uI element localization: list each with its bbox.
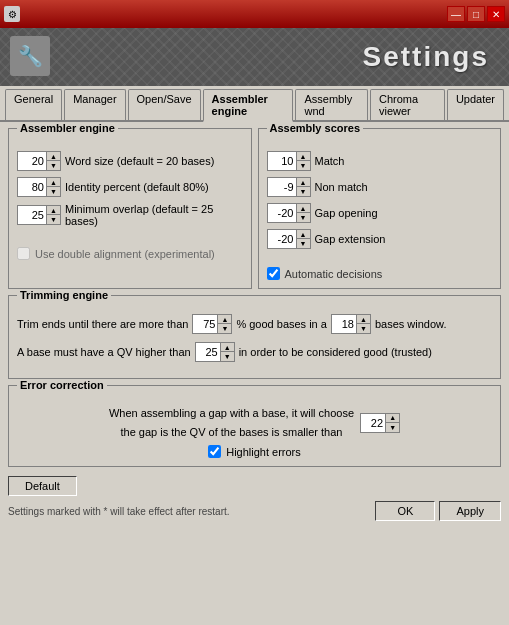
tab-open-save[interactable]: Open/Save <box>128 89 201 120</box>
gap-extension-btns: ▲ ▼ <box>296 230 310 248</box>
status-note: Settings marked with * will take effect … <box>8 506 230 517</box>
identity-btns: ▲ ▼ <box>46 178 60 196</box>
window-size-up-btn[interactable]: ▲ <box>357 315 370 324</box>
default-bar: Default <box>0 473 509 499</box>
tab-manager[interactable]: Manager <box>64 89 125 120</box>
gap-extension-up-btn[interactable]: ▲ <box>297 230 310 239</box>
window-size-input[interactable] <box>332 315 356 333</box>
min-overlap-label: Minimum overlap (default = 25 bases) <box>65 203 243 227</box>
error-text-line2: the gap is the QV of the bases is smalle… <box>121 426 343 438</box>
non-match-label: Non match <box>315 181 368 193</box>
identity-spinner[interactable]: ▲ ▼ <box>17 177 61 197</box>
good-bases-pct-down-btn[interactable]: ▼ <box>218 324 231 333</box>
double-align-label: Use double alignment (experimental) <box>35 248 215 260</box>
non-match-btns: ▲ ▼ <box>296 178 310 196</box>
word-size-spinner[interactable]: ▲ ▼ <box>17 151 61 171</box>
auto-decisions-checkbox[interactable] <box>267 267 280 280</box>
trim-row1-prefix: Trim ends until there are more than <box>17 318 188 330</box>
match-up-btn[interactable]: ▲ <box>297 152 310 161</box>
identity-row: ▲ ▼ Identity percent (default 80%) <box>17 177 243 197</box>
match-label: Match <box>315 155 345 167</box>
close-button[interactable]: ✕ <box>487 6 505 22</box>
identity-label: Identity percent (default 80%) <box>65 181 209 193</box>
tab-chroma-viewer[interactable]: Chroma viewer <box>370 89 445 120</box>
error-qv-down-btn[interactable]: ▼ <box>386 423 399 432</box>
error-text-area: When assembling a gap with a base, it wi… <box>17 404 492 441</box>
qv-threshold-up-btn[interactable]: ▲ <box>221 343 234 352</box>
tab-general[interactable]: General <box>5 89 62 120</box>
match-input[interactable] <box>268 152 296 170</box>
window-size-down-btn[interactable]: ▼ <box>357 324 370 333</box>
minimize-button[interactable]: — <box>447 6 465 22</box>
match-down-btn[interactable]: ▼ <box>297 161 310 170</box>
qv-threshold-spinner[interactable]: ▲ ▼ <box>195 342 235 362</box>
gap-extension-input[interactable] <box>268 230 296 248</box>
error-qv-input[interactable] <box>361 414 385 432</box>
min-overlap-btns: ▲ ▼ <box>46 206 60 224</box>
min-overlap-up-btn[interactable]: ▲ <box>47 206 60 215</box>
non-match-spinner[interactable]: ▲ ▼ <box>267 177 311 197</box>
match-btns: ▲ ▼ <box>296 152 310 170</box>
assembly-scores-label: Assembly scores <box>267 122 364 134</box>
tab-assembly-wnd[interactable]: Assembly wnd <box>295 89 368 120</box>
tab-updater[interactable]: Updater <box>447 89 504 120</box>
status-bar: Settings marked with * will take effect … <box>0 499 509 523</box>
min-overlap-spinner[interactable]: ▲ ▼ <box>17 205 61 225</box>
gap-opening-input[interactable] <box>268 204 296 222</box>
gap-opening-down-btn[interactable]: ▼ <box>297 213 310 222</box>
gap-opening-spinner[interactable]: ▲ ▼ <box>267 203 311 223</box>
highlight-errors-checkbox[interactable] <box>208 445 221 458</box>
qv-threshold-input[interactable] <box>196 343 220 361</box>
trimming-engine-group: Trimming engine Trim ends until there ar… <box>8 295 501 379</box>
identity-input[interactable] <box>18 178 46 196</box>
error-qv-up-btn[interactable]: ▲ <box>386 414 399 423</box>
window-size-spinner[interactable]: ▲ ▼ <box>331 314 371 334</box>
trim-row2-prefix: A base must have a QV higher than <box>17 346 191 358</box>
assembly-scores-group: Assembly scores ▲ ▼ Match ▲ ▼ <box>258 128 502 289</box>
apply-button[interactable]: Apply <box>439 501 501 521</box>
identity-up-btn[interactable]: ▲ <box>47 178 60 187</box>
qv-threshold-down-btn[interactable]: ▼ <box>221 352 234 361</box>
word-size-label: Word size (default = 20 bases) <box>65 155 214 167</box>
error-text-line1: When assembling a gap with a base, it wi… <box>109 407 354 419</box>
ok-button[interactable]: OK <box>375 501 435 521</box>
non-match-up-btn[interactable]: ▲ <box>297 178 310 187</box>
non-match-down-btn[interactable]: ▼ <box>297 187 310 196</box>
trim-row2-suffix: in order to be considered good (trusted) <box>239 346 432 358</box>
min-overlap-input[interactable] <box>18 206 46 224</box>
non-match-input[interactable] <box>268 178 296 196</box>
auto-decisions-row: Automatic decisions <box>267 267 493 280</box>
gap-opening-row: ▲ ▼ Gap opening <box>267 203 493 223</box>
tab-assembler-engine[interactable]: Assembler engine <box>203 89 294 122</box>
highlight-errors-row: Highlight errors <box>17 445 492 458</box>
double-align-checkbox[interactable] <box>17 247 30 260</box>
good-bases-pct-btns: ▲ ▼ <box>217 315 231 333</box>
auto-decisions-label: Automatic decisions <box>285 268 383 280</box>
trim-row-2: A base must have a QV higher than ▲ ▼ in… <box>17 342 492 362</box>
gap-opening-btns: ▲ ▼ <box>296 204 310 222</box>
good-bases-pct-up-btn[interactable]: ▲ <box>218 315 231 324</box>
match-row: ▲ ▼ Match <box>267 151 493 171</box>
header-title: Settings <box>363 41 489 73</box>
default-button[interactable]: Default <box>8 476 77 496</box>
match-spinner[interactable]: ▲ ▼ <box>267 151 311 171</box>
title-bar: ⚙ — □ ✕ <box>0 0 509 28</box>
error-text: When assembling a gap with a base, it wi… <box>109 404 354 441</box>
gap-opening-label: Gap opening <box>315 207 378 219</box>
gap-extension-down-btn[interactable]: ▼ <box>297 239 310 248</box>
good-bases-pct-input[interactable] <box>193 315 217 333</box>
maximize-button[interactable]: □ <box>467 6 485 22</box>
good-bases-pct-spinner[interactable]: ▲ ▼ <box>192 314 232 334</box>
error-qv-spinner[interactable]: ▲ ▼ <box>360 413 400 433</box>
trimming-engine-label: Trimming engine <box>17 289 111 301</box>
word-size-input[interactable] <box>18 152 46 170</box>
header-icon: 🔧 <box>10 36 50 76</box>
gap-opening-up-btn[interactable]: ▲ <box>297 204 310 213</box>
word-size-down-btn[interactable]: ▼ <box>47 161 60 170</box>
action-buttons: OK Apply <box>375 501 501 521</box>
word-size-up-btn[interactable]: ▲ <box>47 152 60 161</box>
identity-down-btn[interactable]: ▼ <box>47 187 60 196</box>
min-overlap-down-btn[interactable]: ▼ <box>47 215 60 224</box>
word-size-row: ▲ ▼ Word size (default = 20 bases) <box>17 151 243 171</box>
gap-extension-spinner[interactable]: ▲ ▼ <box>267 229 311 249</box>
